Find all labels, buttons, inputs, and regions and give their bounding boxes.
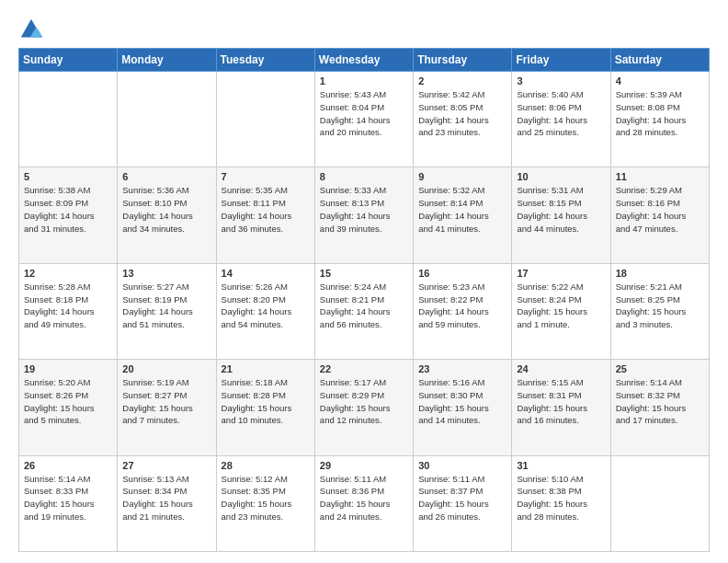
calendar-cell: 8Sunrise: 5:33 AMSunset: 8:13 PMDaylight…: [314, 167, 413, 263]
day-info: Sunrise: 5:23 AMSunset: 8:22 PMDaylight:…: [418, 281, 506, 331]
day-number: 10: [517, 171, 605, 182]
day-info: Sunrise: 5:12 AMSunset: 8:35 PMDaylight:…: [222, 473, 310, 523]
day-info: Sunrise: 5:18 AMSunset: 8:28 PMDaylight:…: [222, 376, 310, 427]
day-number: 16: [418, 268, 506, 279]
day-info: Sunrise: 5:32 AMSunset: 8:14 PMDaylight:…: [418, 184, 506, 235]
day-number: 29: [320, 460, 408, 471]
calendar-cell: 21Sunrise: 5:18 AMSunset: 8:28 PMDayligh…: [216, 360, 314, 455]
day-info: Sunrise: 5:40 AMSunset: 8:06 PMDaylight:…: [517, 88, 605, 139]
logo-icon: [18, 17, 44, 42]
day-info: Sunrise: 5:14 AMSunset: 8:33 PMDaylight:…: [24, 473, 112, 523]
week-row-4: 19Sunrise: 5:20 AMSunset: 8:26 PMDayligh…: [19, 360, 710, 455]
week-row-5: 26Sunrise: 5:14 AMSunset: 8:33 PMDayligh…: [19, 455, 710, 551]
day-info: Sunrise: 5:33 AMSunset: 8:13 PMDaylight:…: [320, 184, 408, 235]
day-info: Sunrise: 5:31 AMSunset: 8:15 PMDaylight:…: [517, 184, 605, 235]
week-row-3: 12Sunrise: 5:28 AMSunset: 8:18 PMDayligh…: [19, 263, 710, 359]
day-info: Sunrise: 5:11 AMSunset: 8:37 PMDaylight:…: [418, 473, 506, 523]
calendar-cell: [118, 72, 216, 167]
calendar-cell: 31Sunrise: 5:10 AMSunset: 8:38 PMDayligh…: [512, 455, 610, 551]
day-number: 25: [616, 363, 704, 374]
calendar-cell: 5Sunrise: 5:38 AMSunset: 8:09 PMDaylight…: [19, 167, 118, 263]
day-info: Sunrise: 5:16 AMSunset: 8:30 PMDaylight:…: [418, 376, 506, 427]
calendar-cell: [216, 72, 314, 167]
day-number: 20: [122, 363, 210, 374]
day-number: 11: [616, 171, 704, 182]
calendar-cell: 25Sunrise: 5:14 AMSunset: 8:32 PMDayligh…: [610, 360, 709, 455]
day-number: 12: [24, 268, 112, 279]
calendar-cell: 29Sunrise: 5:11 AMSunset: 8:36 PMDayligh…: [314, 455, 413, 551]
calendar-cell: 2Sunrise: 5:42 AMSunset: 8:05 PMDaylight…: [414, 72, 512, 167]
calendar: SundayMondayTuesdayWednesdayThursdayFrid…: [18, 48, 710, 552]
day-info: Sunrise: 5:24 AMSunset: 8:21 PMDaylight:…: [320, 281, 408, 331]
day-info: Sunrise: 5:21 AMSunset: 8:25 PMDaylight:…: [616, 281, 704, 331]
day-info: Sunrise: 5:27 AMSunset: 8:19 PMDaylight:…: [122, 281, 210, 331]
calendar-header: SundayMondayTuesdayWednesdayThursdayFrid…: [19, 49, 710, 72]
day-info: Sunrise: 5:29 AMSunset: 8:16 PMDaylight:…: [616, 184, 704, 235]
calendar-cell: 19Sunrise: 5:20 AMSunset: 8:26 PMDayligh…: [19, 360, 118, 455]
day-number: 23: [418, 363, 506, 374]
calendar-cell: 9Sunrise: 5:32 AMSunset: 8:14 PMDaylight…: [414, 167, 512, 263]
calendar-cell: 16Sunrise: 5:23 AMSunset: 8:22 PMDayligh…: [414, 263, 512, 359]
day-info: Sunrise: 5:43 AMSunset: 8:04 PMDaylight:…: [320, 88, 408, 139]
calendar-cell: 14Sunrise: 5:26 AMSunset: 8:20 PMDayligh…: [216, 263, 314, 359]
day-info: Sunrise: 5:20 AMSunset: 8:26 PMDaylight:…: [24, 376, 112, 427]
header: [18, 17, 710, 42]
calendar-cell: 1Sunrise: 5:43 AMSunset: 8:04 PMDaylight…: [314, 72, 413, 167]
calendar-cell: 15Sunrise: 5:24 AMSunset: 8:21 PMDayligh…: [314, 263, 413, 359]
day-info: Sunrise: 5:13 AMSunset: 8:34 PMDaylight:…: [122, 473, 210, 523]
day-number: 13: [122, 268, 210, 279]
day-info: Sunrise: 5:38 AMSunset: 8:09 PMDaylight:…: [24, 184, 112, 235]
day-info: Sunrise: 5:28 AMSunset: 8:18 PMDaylight:…: [24, 281, 112, 331]
day-headers-row: SundayMondayTuesdayWednesdayThursdayFrid…: [19, 49, 710, 72]
day-number: 15: [320, 268, 408, 279]
calendar-cell: 30Sunrise: 5:11 AMSunset: 8:37 PMDayligh…: [414, 455, 512, 551]
day-info: Sunrise: 5:22 AMSunset: 8:24 PMDaylight:…: [517, 281, 605, 331]
day-info: Sunrise: 5:10 AMSunset: 8:38 PMDaylight:…: [517, 473, 605, 523]
calendar-body: 1Sunrise: 5:43 AMSunset: 8:04 PMDaylight…: [19, 72, 710, 552]
calendar-cell: 7Sunrise: 5:35 AMSunset: 8:11 PMDaylight…: [216, 167, 314, 263]
day-number: 18: [616, 268, 704, 279]
calendar-cell: 26Sunrise: 5:14 AMSunset: 8:33 PMDayligh…: [19, 455, 118, 551]
calendar-cell: 20Sunrise: 5:19 AMSunset: 8:27 PMDayligh…: [118, 360, 216, 455]
calendar-cell: 3Sunrise: 5:40 AMSunset: 8:06 PMDaylight…: [512, 72, 610, 167]
calendar-cell: 28Sunrise: 5:12 AMSunset: 8:35 PMDayligh…: [216, 455, 314, 551]
day-header-thursday: Thursday: [414, 49, 512, 72]
calendar-cell: [19, 72, 118, 167]
day-info: Sunrise: 5:19 AMSunset: 8:27 PMDaylight:…: [122, 376, 210, 427]
calendar-cell: 24Sunrise: 5:15 AMSunset: 8:31 PMDayligh…: [512, 360, 610, 455]
day-number: 14: [222, 268, 310, 279]
day-info: Sunrise: 5:17 AMSunset: 8:29 PMDaylight:…: [320, 376, 408, 427]
day-number: 26: [24, 460, 112, 471]
page: SundayMondayTuesdayWednesdayThursdayFrid…: [0, 0, 728, 563]
calendar-cell: 22Sunrise: 5:17 AMSunset: 8:29 PMDayligh…: [314, 360, 413, 455]
day-header-sunday: Sunday: [19, 49, 118, 72]
day-info: Sunrise: 5:26 AMSunset: 8:20 PMDaylight:…: [222, 281, 310, 331]
calendar-cell: 27Sunrise: 5:13 AMSunset: 8:34 PMDayligh…: [118, 455, 216, 551]
day-number: 24: [517, 363, 605, 374]
calendar-cell: 4Sunrise: 5:39 AMSunset: 8:08 PMDaylight…: [610, 72, 709, 167]
calendar-cell: 13Sunrise: 5:27 AMSunset: 8:19 PMDayligh…: [118, 263, 216, 359]
day-info: Sunrise: 5:42 AMSunset: 8:05 PMDaylight:…: [418, 88, 506, 139]
day-number: 3: [517, 75, 605, 86]
week-row-1: 1Sunrise: 5:43 AMSunset: 8:04 PMDaylight…: [19, 72, 710, 167]
logo: [18, 17, 46, 42]
day-number: 21: [222, 363, 310, 374]
day-number: 19: [24, 363, 112, 374]
day-info: Sunrise: 5:36 AMSunset: 8:10 PMDaylight:…: [122, 184, 210, 235]
day-number: 7: [222, 171, 310, 182]
day-number: 6: [122, 171, 210, 182]
day-number: 22: [320, 363, 408, 374]
day-info: Sunrise: 5:35 AMSunset: 8:11 PMDaylight:…: [222, 184, 310, 235]
day-number: 27: [122, 460, 210, 471]
calendar-cell: [610, 455, 709, 551]
day-info: Sunrise: 5:14 AMSunset: 8:32 PMDaylight:…: [616, 376, 704, 427]
week-row-2: 5Sunrise: 5:38 AMSunset: 8:09 PMDaylight…: [19, 167, 710, 263]
calendar-cell: 23Sunrise: 5:16 AMSunset: 8:30 PMDayligh…: [414, 360, 512, 455]
day-number: 9: [418, 171, 506, 182]
day-number: 2: [418, 75, 506, 86]
day-header-monday: Monday: [118, 49, 216, 72]
day-number: 1: [320, 75, 408, 86]
calendar-cell: 18Sunrise: 5:21 AMSunset: 8:25 PMDayligh…: [610, 263, 709, 359]
day-number: 28: [222, 460, 310, 471]
day-number: 4: [616, 75, 704, 86]
